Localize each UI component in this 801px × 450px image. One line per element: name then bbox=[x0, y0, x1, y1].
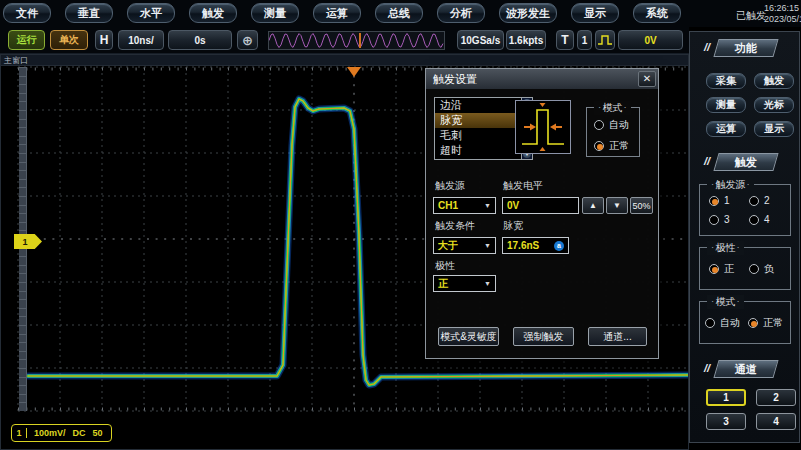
fn-trigger-button[interactable]: 触发 bbox=[754, 73, 794, 89]
fn-measure-button[interactable]: 测量 bbox=[706, 97, 746, 113]
condition-dropdown[interactable]: 大于 ▼ bbox=[433, 237, 496, 254]
menu-bar: 文件 垂直 水平 触发 测量 运算 总线 分析 波形发生 显示 系统 已触发 1… bbox=[0, 0, 801, 27]
mode-group-sidebar: 模式 自动 正常 bbox=[699, 301, 791, 344]
menu-horizontal[interactable]: 水平 bbox=[127, 3, 175, 23]
zoom-icon[interactable]: ⊕ bbox=[237, 30, 258, 50]
control-sidebar: // 功能 采集 触发 测量 光标 运算 显示 // 触发 触发源 1 2 3 bbox=[689, 31, 800, 443]
fn-acquire-button[interactable]: 采集 bbox=[706, 73, 746, 89]
list-item-edge[interactable]: 边沿 bbox=[435, 98, 521, 113]
source-value: CH1 bbox=[438, 200, 484, 211]
section-trigger-header: 触发 bbox=[713, 153, 778, 171]
badge-impedance: 50 bbox=[86, 428, 103, 438]
pulse-glyph-icon bbox=[597, 33, 613, 47]
radio-selected-icon bbox=[709, 264, 719, 274]
fn-cursor-button[interactable]: 光标 bbox=[754, 97, 794, 113]
radio-icon bbox=[709, 215, 719, 225]
polarity-pos-radio[interactable]: 正 bbox=[709, 262, 734, 276]
level-50pct-button[interactable]: 50% bbox=[630, 197, 653, 214]
channel1-badge[interactable]: 1 100mV/ DC 50 bbox=[11, 424, 112, 442]
radio-selected-icon bbox=[748, 318, 758, 328]
run-button[interactable]: 运行 bbox=[8, 30, 45, 50]
source-2-label: 2 bbox=[764, 195, 770, 206]
menu-system[interactable]: 系统 bbox=[633, 3, 681, 23]
trigger-level-button[interactable]: 0V bbox=[618, 30, 683, 50]
width-input[interactable]: 17.6nS a bbox=[502, 237, 569, 254]
list-item-pulse-width[interactable]: 脉宽 bbox=[435, 113, 521, 128]
polarity-label: 极性 bbox=[435, 259, 455, 273]
oscilloscope-app: 文件 垂直 水平 触发 测量 运算 总线 分析 波形发生 显示 系统 已触发 1… bbox=[0, 0, 801, 450]
menu-display[interactable]: 显示 bbox=[571, 3, 619, 23]
sample-rate-button[interactable]: 10GSa/s bbox=[457, 30, 504, 50]
sensitivity-button[interactable]: 模式&灵敏度 bbox=[438, 327, 499, 346]
polarity-value: 正 bbox=[438, 277, 484, 291]
level-value: 0V bbox=[507, 200, 574, 211]
polarity-group: 极性 正 负 bbox=[699, 247, 791, 290]
badge-coupling: DC bbox=[66, 428, 86, 438]
pulse-type-icon[interactable] bbox=[595, 30, 615, 50]
fn-display-button[interactable]: 显示 bbox=[754, 121, 794, 137]
level-down-icon[interactable]: ▼ bbox=[606, 197, 628, 214]
list-item-timeout[interactable]: 超时 bbox=[435, 143, 521, 158]
width-label: 脉宽 bbox=[503, 219, 523, 233]
waveform-preview[interactable] bbox=[268, 31, 445, 50]
menu-math[interactable]: 运算 bbox=[313, 3, 361, 23]
keypad-icon[interactable]: a bbox=[554, 241, 564, 251]
mode-normal-radio-sidebar[interactable]: 正常 bbox=[748, 316, 783, 330]
menu-file[interactable]: 文件 bbox=[3, 3, 51, 23]
clock: 16:26:15 2023/05/17 bbox=[764, 3, 801, 25]
menu-wavegen[interactable]: 波形发生 bbox=[499, 3, 557, 23]
menu-trigger[interactable]: 触发 bbox=[189, 3, 237, 23]
force-trigger-button[interactable]: 强制触发 bbox=[513, 327, 574, 346]
channel-3-button[interactable]: 3 bbox=[706, 413, 746, 430]
polarity-dropdown[interactable]: 正 ▼ bbox=[433, 275, 496, 292]
menu-vertical[interactable]: 垂直 bbox=[65, 3, 113, 23]
level-input[interactable]: 0V bbox=[502, 197, 579, 214]
source-dropdown[interactable]: CH1 ▼ bbox=[433, 197, 496, 214]
menu-row: 文件 垂直 水平 触发 测量 运算 总线 分析 波形发生 显示 系统 bbox=[3, 3, 681, 23]
source-2-radio[interactable]: 2 bbox=[749, 195, 770, 206]
mode-auto-radio-sidebar[interactable]: 自动 bbox=[705, 316, 740, 330]
mode-normal-radio[interactable]: 正常 bbox=[594, 139, 629, 153]
horizontal-button[interactable]: H bbox=[95, 30, 113, 50]
source-4-radio[interactable]: 4 bbox=[749, 214, 770, 225]
mode-group-sidebar-label: 模式 bbox=[707, 295, 744, 309]
level-up-icon[interactable]: ▲ bbox=[582, 197, 604, 214]
source-3-radio[interactable]: 3 bbox=[709, 214, 730, 225]
channel-button[interactable]: 通道... bbox=[588, 327, 647, 346]
channel-2-button[interactable]: 2 bbox=[756, 389, 796, 406]
menu-measure[interactable]: 测量 bbox=[251, 3, 299, 23]
radio-icon bbox=[749, 196, 759, 206]
level-label: 触发电平 bbox=[503, 179, 543, 193]
polarity-neg-radio[interactable]: 负 bbox=[749, 262, 774, 276]
fn-math-button[interactable]: 运算 bbox=[706, 121, 746, 137]
trigger-settings-dialog: 触发设置 ✕ 边沿 脉宽 毛刺 超时 ▲ ▼ bbox=[425, 68, 659, 359]
mode-normal-label-sidebar: 正常 bbox=[763, 316, 783, 330]
section-trigger-label: 触发 bbox=[735, 155, 757, 170]
polarity-pos-label: 正 bbox=[724, 262, 734, 276]
trigger-source-group: 触发源 1 2 3 4 bbox=[699, 184, 791, 236]
chevron-down-icon: ▼ bbox=[484, 280, 491, 287]
channel-4-button[interactable]: 4 bbox=[756, 413, 796, 430]
dialog-title[interactable]: 触发设置 bbox=[426, 69, 658, 89]
horizontal-offset-button[interactable]: 0s bbox=[168, 30, 232, 50]
mode-auto-label-sidebar: 自动 bbox=[720, 316, 740, 330]
trigger-source-button[interactable]: 1 bbox=[577, 30, 592, 50]
preview-sine-icon bbox=[269, 32, 444, 49]
list-item-runt[interactable]: 毛刺 bbox=[435, 128, 521, 143]
radio-selected-icon bbox=[709, 196, 719, 206]
polarity-group-label: 极性 bbox=[707, 241, 744, 255]
channel-1-button[interactable]: 1 bbox=[706, 389, 746, 406]
trigger-position-marker[interactable] bbox=[347, 67, 361, 77]
trigger-type-items: 边沿 脉宽 毛刺 超时 bbox=[435, 98, 521, 159]
trigger-t-button[interactable]: T bbox=[556, 30, 574, 50]
memory-depth-button[interactable]: 1.6kpts bbox=[506, 30, 546, 50]
pulse-diagram-icon bbox=[516, 101, 570, 153]
condition-label: 触发条件 bbox=[435, 219, 475, 233]
single-button[interactable]: 单次 bbox=[50, 30, 88, 50]
mode-auto-radio[interactable]: 自动 bbox=[594, 118, 629, 132]
timebase-button[interactable]: 10ns/ bbox=[118, 30, 164, 50]
menu-analyze[interactable]: 分析 bbox=[437, 3, 485, 23]
close-icon[interactable]: ✕ bbox=[638, 71, 656, 87]
source-1-radio[interactable]: 1 bbox=[709, 195, 730, 206]
menu-bus[interactable]: 总线 bbox=[375, 3, 423, 23]
